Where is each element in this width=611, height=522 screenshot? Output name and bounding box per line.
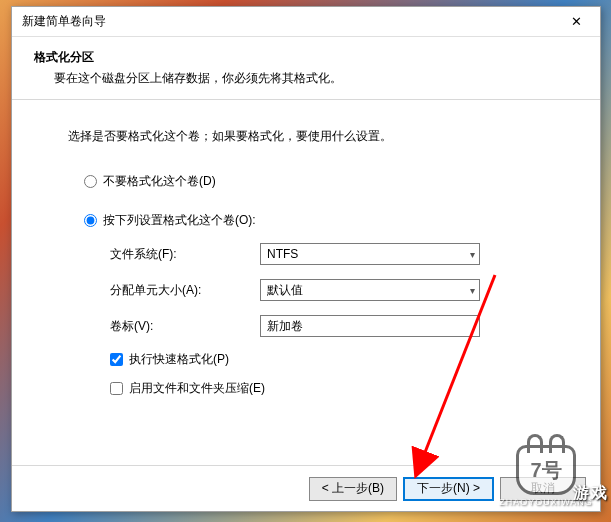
volume-label-input[interactable] [260,315,480,337]
allocation-select[interactable]: 默认值 ▾ [260,279,480,301]
radio-no-format[interactable]: 不要格式化这个卷(D) [84,173,560,190]
quick-format-checkbox[interactable]: 执行快速格式化(P) [110,351,560,368]
chevron-down-icon: ▾ [470,285,475,296]
button-bar: < 上一步(B) 下一步(N) > 取消 [12,465,600,511]
allocation-value: 默认值 [267,282,303,299]
radio-do-format[interactable]: 按下列设置格式化这个卷(O): [84,212,560,229]
allocation-row: 分配单元大小(A): 默认值 ▾ [110,279,560,301]
content-area: 选择是否要格式化这个卷；如果要格式化，要使用什么设置。 不要格式化这个卷(D) … [12,100,600,429]
compression-input[interactable] [110,382,123,395]
dialog-title: 新建简单卷向导 [22,13,106,30]
compression-label: 启用文件和文件夹压缩(E) [129,380,265,397]
radio-no-format-input[interactable] [84,175,97,188]
titlebar: 新建简单卷向导 ✕ [12,7,600,37]
chevron-down-icon: ▾ [470,249,475,260]
filesystem-row: 文件系统(F): NTFS ▾ [110,243,560,265]
compression-checkbox[interactable]: 启用文件和文件夹压缩(E) [110,380,560,397]
instruction-text: 选择是否要格式化这个卷；如果要格式化，要使用什么设置。 [68,128,560,145]
quick-format-input[interactable] [110,353,123,366]
next-button[interactable]: 下一步(N) > [403,477,494,501]
back-button[interactable]: < 上一步(B) [309,477,397,501]
allocation-label: 分配单元大小(A): [110,282,260,299]
volume-label-label: 卷标(V): [110,318,260,335]
radio-do-format-input[interactable] [84,214,97,227]
radio-do-format-label: 按下列设置格式化这个卷(O): [103,212,256,229]
header-section: 格式化分区 要在这个磁盘分区上储存数据，你必须先将其格式化。 [12,37,600,100]
format-radio-group: 不要格式化这个卷(D) 按下列设置格式化这个卷(O): [84,173,560,229]
format-settings: 文件系统(F): NTFS ▾ 分配单元大小(A): 默认值 ▾ 卷标(V): [110,243,560,397]
quick-format-label: 执行快速格式化(P) [129,351,229,368]
wizard-dialog: 新建简单卷向导 ✕ 格式化分区 要在这个磁盘分区上储存数据，你必须先将其格式化。… [11,6,601,512]
filesystem-value: NTFS [267,247,298,261]
header-desc: 要在这个磁盘分区上储存数据，你必须先将其格式化。 [34,70,578,87]
close-icon: ✕ [571,14,582,29]
volume-label-row: 卷标(V): [110,315,560,337]
header-title: 格式化分区 [34,49,578,66]
close-button[interactable]: ✕ [560,10,592,34]
radio-no-format-label: 不要格式化这个卷(D) [103,173,216,190]
cancel-button[interactable]: 取消 [500,477,586,501]
filesystem-label: 文件系统(F): [110,246,260,263]
filesystem-select[interactable]: NTFS ▾ [260,243,480,265]
